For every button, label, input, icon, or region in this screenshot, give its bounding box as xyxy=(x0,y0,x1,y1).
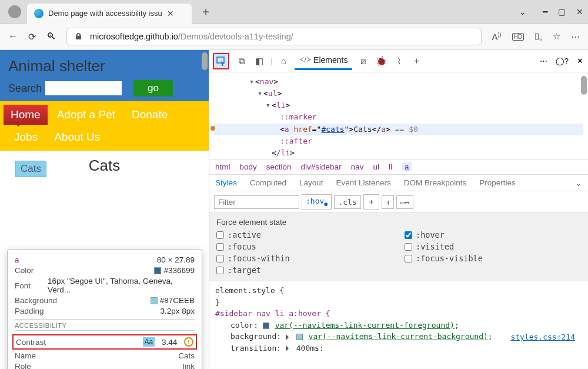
layout-toggle-icon[interactable]: ▭↔ xyxy=(396,195,414,209)
device-toggle-icon[interactable]: ⧉ xyxy=(235,55,248,68)
go-button[interactable]: go xyxy=(133,80,173,97)
nav-jobs[interactable]: Jobs xyxy=(4,127,45,147)
dock-icon[interactable]: ◧ xyxy=(253,55,266,68)
state-focus[interactable]: :focus xyxy=(216,242,393,251)
minimize-button[interactable]: ━ xyxy=(543,7,547,16)
new-tab-button[interactable]: ＋ xyxy=(200,4,212,19)
url-domain: microsoftedge.github.io xyxy=(90,32,178,41)
bg-swatch xyxy=(151,297,158,304)
subtab-dombp[interactable]: DOM Breakpoints xyxy=(404,178,467,187)
favorite-icon[interactable]: ☆ xyxy=(553,31,560,42)
warning-icon: ! xyxy=(184,337,193,347)
page-header: Animal shelter Search go xyxy=(0,50,209,101)
styles-subtabs: Styles Computed Layout Event Listeners D… xyxy=(209,175,588,191)
nav-donate[interactable]: Donate xyxy=(125,105,175,125)
aa-chip: Aa xyxy=(143,337,155,347)
new-style-rule-button[interactable]: ＋ xyxy=(363,194,379,210)
section-heading: Cats Cats xyxy=(0,151,209,181)
profile-avatar[interactable] xyxy=(8,5,21,18)
hov-toggle[interactable]: :hov● xyxy=(302,194,332,210)
back-button[interactable]: ← xyxy=(8,31,18,42)
nav-about[interactable]: About Us xyxy=(47,127,107,147)
svg-rect-0 xyxy=(217,57,224,63)
devtools-close-button[interactable]: ✕ xyxy=(577,56,583,65)
tab-title: Demo page with accessibility issu xyxy=(48,9,162,18)
dom-scrollbar[interactable] xyxy=(581,76,587,95)
window-titlebar: Demo page with accessibility issu ✕ ＋ ⌄ … xyxy=(0,0,588,24)
viewport-scrollbar[interactable] xyxy=(202,52,208,70)
console-icon[interactable]: ⧄ xyxy=(357,55,370,68)
breadcrumb[interactable]: html body section div#sidebar nav ul li … xyxy=(209,159,588,175)
state-hover[interactable]: :hover xyxy=(405,230,581,240)
close-icon[interactable]: ✕ xyxy=(167,9,174,18)
more-tools-icon[interactable]: ⋯ xyxy=(540,56,547,65)
computed-toggle-icon[interactable]: ⫞ xyxy=(382,195,394,209)
nav-home[interactable]: Home xyxy=(4,105,48,125)
inspect-tooltip: a 80 × 27.89 Color#336699 Font16px "Sego… xyxy=(7,249,202,369)
color-swatch[interactable] xyxy=(263,323,269,329)
lock-icon: 🔒︎ xyxy=(74,32,83,41)
expand-icon[interactable] xyxy=(286,334,292,340)
state-focus-visible[interactable]: :focus-visible xyxy=(405,254,581,263)
chevron-down-icon[interactable]: ⌄ xyxy=(575,178,582,188)
inspect-element-button[interactable] xyxy=(213,53,229,69)
state-active[interactable]: :active xyxy=(216,230,393,240)
tooltip-tagname: a xyxy=(15,255,19,264)
read-aloud-icon[interactable]: A)) xyxy=(492,32,502,42)
tooltip-dimensions: 80 × 27.89 xyxy=(157,255,195,264)
color-swatch xyxy=(154,267,161,274)
search-input[interactable] xyxy=(45,81,122,95)
accessibility-section-label: ACCESSIBILITY xyxy=(15,319,195,331)
state-focus-within[interactable]: :focus-within xyxy=(216,254,393,263)
network-conditions-icon[interactable]: ⌇ xyxy=(392,55,405,68)
edge-icon xyxy=(34,9,44,18)
devtools-panel: ⧉ ◧ | ⌂ </>Elements ⧄ 🐞 ⌇ ＋ ⋯ ◯? ✕ ▾<nav… xyxy=(209,50,588,369)
style-source-link[interactable]: styles.css:214 xyxy=(510,331,575,343)
subtab-styles[interactable]: Styles xyxy=(215,178,237,187)
reader-icon[interactable]: ▯» xyxy=(534,31,542,42)
devtools-tabbar: ⧉ ◧ | ⌂ </>Elements ⧄ 🐞 ⌇ ＋ ⋯ ◯? ✕ xyxy=(209,50,588,72)
more-icon[interactable]: ⋯ xyxy=(571,31,580,42)
filter-row: :hov● .cls ＋ ⫞ ▭↔ xyxy=(209,191,588,213)
search-label: Search xyxy=(8,82,42,95)
search-icon[interactable]: 🔍︎ xyxy=(46,31,56,42)
browser-tab[interactable]: Demo page with accessibility issu ✕ xyxy=(27,4,192,24)
subtab-events[interactable]: Event Listeners xyxy=(336,178,391,187)
issues-icon[interactable]: 🐞 xyxy=(375,55,387,68)
selected-dom-node: <a href="#cats">Cats</a> == $0 xyxy=(214,124,583,135)
hd-icon[interactable]: HD xyxy=(512,33,524,41)
subtab-props[interactable]: Properties xyxy=(479,178,516,187)
maximize-button[interactable]: ▢ xyxy=(558,7,566,16)
expand-icon[interactable] xyxy=(286,345,292,351)
dom-tree[interactable]: ▾<nav> ▾<ul> ▾<li> ::marker <a href="#ca… xyxy=(209,72,588,159)
refresh-button[interactable]: ⟳ xyxy=(28,31,36,42)
inspected-cats-link[interactable]: Cats xyxy=(15,161,46,177)
force-element-state-panel: Force element state :active :hover :focu… xyxy=(209,213,588,281)
main-nav: Home Adopt a Pet Donate Jobs About Us xyxy=(0,101,209,151)
window-close-button[interactable]: ✕ xyxy=(576,7,583,16)
contrast-row-highlight: Contrast Aa 3.44 ! xyxy=(12,334,197,350)
state-target[interactable]: :target xyxy=(216,265,393,275)
url-field[interactable]: 🔒︎ microsoftedge.github.io/Demos/devtool… xyxy=(66,28,482,45)
tab-elements[interactable]: </>Elements xyxy=(295,52,352,70)
styles-filter-input[interactable] xyxy=(214,195,299,209)
subtab-layout[interactable]: Layout xyxy=(299,178,323,187)
bg-swatch[interactable] xyxy=(296,334,303,340)
subtab-computed[interactable]: Computed xyxy=(250,178,286,187)
url-path: /Demos/devtools-a11y-testing/ xyxy=(178,32,293,41)
page-viewport: Animal shelter Search go Home Adopt a Pe… xyxy=(0,50,209,369)
cls-toggle[interactable]: .cls xyxy=(334,195,360,209)
welcome-icon[interactable]: ⌂ xyxy=(277,55,290,68)
address-bar: ← ⟳ 🔍︎ 🔒︎ microsoftedge.github.io/Demos/… xyxy=(0,24,588,50)
more-tabs-icon[interactable]: ＋ xyxy=(410,55,423,68)
chevron-down-icon[interactable]: ⌄ xyxy=(519,7,526,16)
nav-adopt[interactable]: Adopt a Pet xyxy=(50,105,122,125)
state-visited[interactable]: :visited xyxy=(405,242,581,251)
styles-rules[interactable]: element.style { } #sidebar nav li a:hove… xyxy=(209,281,588,352)
page-title: Animal shelter xyxy=(8,57,201,75)
help-icon[interactable]: ◯? xyxy=(556,56,569,65)
